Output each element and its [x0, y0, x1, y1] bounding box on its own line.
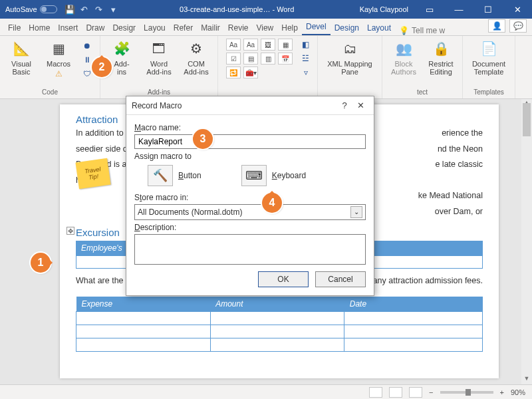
read-mode-button[interactable] — [369, 387, 382, 398]
group-templates: 📄 Document Template Templates — [463, 36, 515, 98]
restrict-editing-button[interactable]: 🔒 Restrict Editing — [425, 39, 457, 76]
dropdown-control-button[interactable]: ▥ — [261, 53, 275, 65]
document-template-button[interactable]: 📄 Document Template — [468, 39, 509, 76]
scroll-down-icon[interactable]: ▼ — [521, 375, 532, 384]
qat-customize-icon[interactable]: ▾ — [106, 2, 121, 17]
tab-view[interactable]: View — [252, 20, 277, 35]
tab-insert[interactable]: Insert — [54, 20, 82, 35]
autosave-label: AutoSave — [5, 5, 37, 13]
autosave-toggle[interactable]: AutoSave — [0, 5, 63, 13]
group-mapping: 🗂 XML Mapping Pane — [318, 36, 382, 98]
warning-icon: ⚠ — [55, 69, 63, 78]
tab-draw[interactable]: Draw — [82, 20, 108, 35]
group-controls: Aa Aa 🖼 ▦ ☑ ▤ ▥ 📅 🔁 🧰▾ ◧ ☳ — [218, 36, 318, 98]
web-layout-button[interactable] — [409, 387, 422, 398]
tab-home[interactable]: Home — [25, 20, 54, 35]
redo-icon[interactable]: ↷ — [92, 2, 106, 17]
legacy-tools-button[interactable]: 🧰▾ — [243, 66, 258, 78]
tab-review[interactable]: Revie — [224, 20, 253, 35]
tab-design[interactable]: Desigr — [108, 20, 140, 35]
description-label: Description:Description: — [134, 223, 366, 232]
zoom-level[interactable]: 90% — [511, 388, 525, 396]
xml-mapping-label: XML Mapping Pane — [327, 60, 372, 76]
comments-button[interactable]: 💬 — [509, 19, 527, 33]
zoom-in-button[interactable]: + — [500, 388, 504, 396]
macro-name-input[interactable] — [134, 134, 366, 149]
building-block-control-button[interactable]: ▦ — [278, 39, 293, 51]
word-addins-icon: 🗔 — [149, 39, 169, 59]
col-date: Date — [344, 297, 483, 312]
document-template-label: Document Template — [472, 60, 505, 76]
store-macro-combo[interactable]: All Documents (Normal.dotm) ⌄ — [134, 204, 366, 220]
scroll-thumb[interactable] — [523, 103, 531, 136]
dialog-title-bar[interactable]: Record Macro ? ✕ — [126, 96, 374, 115]
combo-control-button[interactable]: ▤ — [243, 53, 258, 65]
tab-mailings[interactable]: Mailir — [197, 20, 224, 35]
record-macro-button[interactable]: ⏺ — [80, 40, 94, 52]
close-dialog-icon[interactable]: ✕ — [352, 100, 368, 110]
lightbulb-icon: 💡 — [399, 26, 409, 35]
xml-mapping-icon: 🗂 — [340, 39, 360, 59]
maximize-icon[interactable]: ☐ — [473, 0, 503, 19]
tab-table-design[interactable]: Design — [331, 20, 363, 35]
group-addins: 🧩 Add- ins 🗔 Word Add-ins ⚙ COM Add-ins … — [100, 36, 218, 98]
share-button[interactable]: 👤 — [488, 19, 505, 33]
close-icon[interactable]: ✕ — [503, 0, 532, 19]
travel-tip-note: Travel Tip! — [75, 158, 110, 189]
store-macro-value: All Documents (Normal.dotm) — [138, 207, 350, 217]
restrict-editing-icon: 🔒 — [431, 39, 451, 59]
vertical-scrollbar[interactable]: ▲ ▼ — [521, 99, 532, 384]
description-input[interactable] — [134, 234, 366, 265]
assign-keyboard-option[interactable]: ⌨ KeyboardKeyboard — [241, 165, 306, 186]
expense-table[interactable]: Expense Amount Date — [76, 297, 483, 352]
ribbon-options-icon[interactable]: ▭ — [415, 0, 444, 19]
xml-mapping-button[interactable]: 🗂 XML Mapping Pane — [323, 39, 376, 76]
print-layout-button[interactable] — [389, 387, 402, 398]
group-button[interactable]: ▿ — [302, 66, 309, 78]
tab-file[interactable]: File — [4, 20, 25, 35]
assign-button-option[interactable]: 🔨 ButtonButton — [148, 165, 201, 186]
record-macro-dialog: Record Macro ? ✕ MMacro name:acro name: … — [126, 96, 374, 296]
properties-button[interactable]: ☳ — [302, 53, 309, 65]
checkbox-control-button[interactable]: ☑ — [226, 53, 241, 65]
word-addins-button[interactable]: 🗔 Word Add-ins — [143, 39, 175, 76]
rich-text-control-button[interactable]: Aa — [226, 39, 241, 51]
macros-icon: ▦ — [49, 39, 68, 59]
plain-text-control-button[interactable]: Aa — [243, 39, 258, 51]
callout-2: 2 — [92, 57, 112, 77]
tab-help[interactable]: Help — [277, 20, 302, 35]
tab-table-layout[interactable]: Layout — [363, 20, 395, 35]
picture-control-button[interactable]: 🖼 — [261, 39, 275, 51]
save-icon[interactable]: 💾 — [63, 2, 77, 17]
visual-basic-button[interactable]: 📐 Visual Basic — [5, 39, 37, 80]
tab-developer[interactable]: Devel — [302, 19, 331, 35]
macros-button[interactable]: ▦ Macros ⚠ — [43, 39, 74, 80]
help-icon[interactable]: ? — [336, 100, 352, 110]
tell-me-label: Tell me w — [412, 26, 445, 35]
user-name[interactable]: Kayla Claypool — [353, 5, 415, 13]
repeating-control-button[interactable]: 🔁 — [226, 66, 241, 78]
callout-3: 3 — [193, 129, 213, 149]
tab-references[interactable]: Refer — [170, 20, 197, 35]
restrict-editing-label: Restrict Editing — [428, 60, 453, 76]
date-control-button[interactable]: 📅 — [278, 53, 293, 65]
zoom-slider[interactable] — [440, 391, 493, 394]
assign-macro-label: Assign macro to — [134, 152, 366, 161]
com-addins-button[interactable]: ⚙ COM Add-ins — [180, 39, 212, 76]
callout-1: 1 — [31, 253, 51, 273]
ribbon: 📐 Visual Basic ▦ Macros ⚠ ⏺ ⏸ 🛡 Code 🧩 A… — [0, 36, 532, 99]
undo-icon[interactable]: ↶ — [77, 2, 92, 17]
col-amount: Amount — [210, 297, 344, 312]
table-anchor-icon[interactable]: ✥ — [66, 227, 74, 235]
design-mode-button[interactable]: ◧ — [302, 39, 309, 51]
document-title: 03-create-and-use-simple… - Word — [121, 5, 353, 13]
zoom-out-button[interactable]: − — [429, 388, 433, 396]
title-bar: AutoSave 💾 ↶ ↷ ▾ 03-create-and-use-simpl… — [0, 0, 532, 19]
minimize-icon[interactable]: — — [444, 0, 473, 19]
ok-button[interactable]: OK — [258, 271, 309, 287]
macro-name-label: MMacro name:acro name: — [134, 123, 366, 132]
block-authors-button[interactable]: 👥 Block Authors — [388, 39, 420, 76]
tab-layout[interactable]: Layou — [140, 20, 170, 35]
cancel-button[interactable]: Cancel — [315, 271, 366, 287]
tell-me[interactable]: 💡 Tell me w — [399, 26, 445, 35]
